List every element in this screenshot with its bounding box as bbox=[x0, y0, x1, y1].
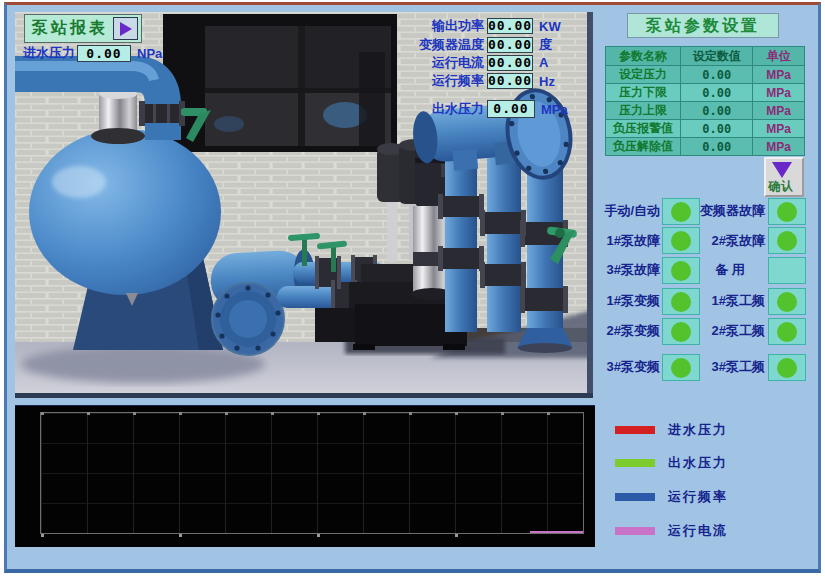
hmi-screen: 泵站报表 进水压力 0.00 NPa 输出功率 00.00 KW 变频器温度 0… bbox=[4, 2, 821, 573]
status-lamp-box bbox=[768, 227, 806, 254]
photo-right-edge bbox=[587, 12, 593, 398]
legend-swatch bbox=[615, 527, 655, 535]
readout-list: 输出功率 00.00 KW 变频器温度 00.00 度 运行电流 00.00 A… bbox=[402, 17, 575, 91]
lamp-icon bbox=[671, 358, 691, 378]
readout-row: 运行电流 00.00 A bbox=[402, 54, 575, 72]
hmi-page: 泵站报表 进水压力 0.00 NPa 输出功率 00.00 KW 变频器温度 0… bbox=[0, 0, 825, 577]
setting-unit: MPa bbox=[753, 120, 805, 138]
settings-row: 设定压力 0.00 MPa bbox=[606, 66, 805, 84]
readout-value: 00.00 bbox=[487, 18, 533, 34]
readout-row: 变频器温度 00.00 度 bbox=[402, 35, 575, 53]
confirm-button[interactable]: 确认 bbox=[764, 157, 804, 197]
setting-name: 压力下限 bbox=[606, 84, 681, 102]
lamp-icon bbox=[671, 292, 691, 312]
legend-item: 运行电流 bbox=[615, 522, 728, 540]
setting-unit: MPa bbox=[753, 102, 805, 120]
readout-value: 00.00 bbox=[487, 55, 533, 71]
axis-ticks-bottom bbox=[41, 534, 583, 537]
readout-label: 输出功率 bbox=[402, 17, 484, 35]
pipe-end-flange bbox=[212, 283, 284, 355]
report-button-label: 泵站报表 bbox=[32, 18, 108, 39]
legend-label: 出水压力 bbox=[668, 454, 728, 472]
readout-value: 00.00 bbox=[487, 73, 533, 89]
legend-item: 出水压力 bbox=[615, 454, 728, 472]
outlet-pressure-value: 0.00 bbox=[487, 100, 535, 118]
inlet-pressure-readout: 进水压力 0.00 NPa bbox=[19, 44, 162, 62]
outlet-pressure-label: 出水压力 bbox=[402, 100, 484, 118]
readout-unit: KW bbox=[539, 19, 575, 34]
lamp-icon bbox=[777, 358, 797, 378]
setting-value[interactable]: 0.00 bbox=[681, 66, 753, 84]
status-lamp-box bbox=[768, 288, 806, 315]
setting-unit: MPa bbox=[753, 66, 805, 84]
settings-row: 压力上限 0.00 MPa bbox=[606, 102, 805, 120]
readout-row: 运行频率 00.00 Hz bbox=[402, 72, 575, 90]
status-lamp-box bbox=[768, 354, 806, 381]
settings-table-header: 参数名称 设定数值 单位 bbox=[606, 47, 805, 66]
lamp-icon bbox=[671, 202, 691, 222]
lamp-icon bbox=[777, 322, 797, 342]
confirm-arrow-icon bbox=[772, 162, 792, 178]
lamp-icon bbox=[777, 231, 797, 251]
status-label: 2#泵故障 bbox=[695, 232, 765, 250]
col-header-unit: 单位 bbox=[753, 47, 805, 66]
setting-value[interactable]: 0.00 bbox=[681, 138, 753, 156]
setting-value[interactable]: 0.00 bbox=[681, 84, 753, 102]
legend-swatch bbox=[615, 493, 655, 501]
status-label: 1#泵变频 bbox=[595, 292, 660, 310]
setting-value[interactable]: 0.00 bbox=[681, 120, 753, 138]
readout-value: 00.00 bbox=[487, 37, 533, 53]
status-label: 1#泵工频 bbox=[695, 292, 765, 310]
col-header-name: 参数名称 bbox=[606, 47, 681, 66]
status-label: 2#泵变频 bbox=[595, 322, 660, 340]
status-lamp-box bbox=[768, 257, 806, 284]
setting-unit: MPa bbox=[753, 84, 805, 102]
readout-label: 变频器温度 bbox=[402, 36, 484, 54]
outlet-pressure-readout: 出水压力 0.00 MPa bbox=[402, 100, 568, 118]
settings-table: 参数名称 设定数值 单位 设定压力 0.00 MPa 压力下限 0.00 MPa… bbox=[605, 46, 805, 156]
setting-name: 负压解除值 bbox=[606, 138, 681, 156]
status-label: 变频器故障 bbox=[695, 202, 765, 220]
setting-name: 负压报警值 bbox=[606, 120, 681, 138]
lamp-icon bbox=[671, 231, 691, 251]
photo-bottom-edge bbox=[15, 393, 593, 398]
setting-name: 设定压力 bbox=[606, 66, 681, 84]
status-label: 2#泵工频 bbox=[695, 322, 765, 340]
status-label: 备 用 bbox=[695, 261, 765, 279]
lamp-icon bbox=[671, 261, 691, 281]
setting-name: 压力上限 bbox=[606, 102, 681, 120]
readout-label: 运行频率 bbox=[402, 72, 484, 90]
setting-value[interactable]: 0.00 bbox=[681, 102, 753, 120]
setting-unit: MPa bbox=[753, 138, 805, 156]
status-label: 手动/自动 bbox=[595, 202, 660, 220]
settings-row: 压力下限 0.00 MPa bbox=[606, 84, 805, 102]
lamp-icon bbox=[777, 202, 797, 222]
status-label: 3#泵故障 bbox=[595, 261, 660, 279]
legend-item: 运行频率 bbox=[615, 488, 728, 506]
status-label: 1#泵故障 bbox=[595, 232, 660, 250]
status-label: 3#泵变频 bbox=[595, 358, 660, 376]
inlet-pressure-label: 进水压力 bbox=[19, 44, 75, 62]
readout-label: 运行电流 bbox=[402, 54, 484, 72]
settings-row: 负压解除值 0.00 MPa bbox=[606, 138, 805, 156]
legend-item: 进水压力 bbox=[615, 421, 728, 439]
col-header-value: 设定数值 bbox=[681, 47, 753, 66]
status-label: 3#泵工频 bbox=[695, 358, 765, 376]
report-button[interactable]: 泵站报表 bbox=[24, 14, 142, 43]
outlet-pressure-unit: MPa bbox=[541, 102, 568, 117]
trend-plot-area bbox=[40, 412, 584, 534]
readout-unit: A bbox=[539, 55, 575, 70]
legend-swatch bbox=[615, 459, 655, 467]
trend-chart-panel bbox=[15, 405, 595, 547]
lamp-icon bbox=[671, 322, 691, 342]
axis-ticks-top bbox=[41, 412, 583, 415]
settings-row: 负压报警值 0.00 MPa bbox=[606, 120, 805, 138]
readout-unit: 度 bbox=[539, 36, 575, 54]
confirm-button-label: 确认 bbox=[768, 178, 794, 195]
legend-swatch bbox=[615, 426, 655, 434]
tank-shadow bbox=[21, 345, 265, 383]
readout-unit: Hz bbox=[539, 74, 575, 89]
settings-panel-title: 泵站参数设置 bbox=[627, 13, 779, 38]
inlet-pressure-value: 0.00 bbox=[77, 45, 131, 62]
play-icon[interactable] bbox=[113, 17, 138, 40]
